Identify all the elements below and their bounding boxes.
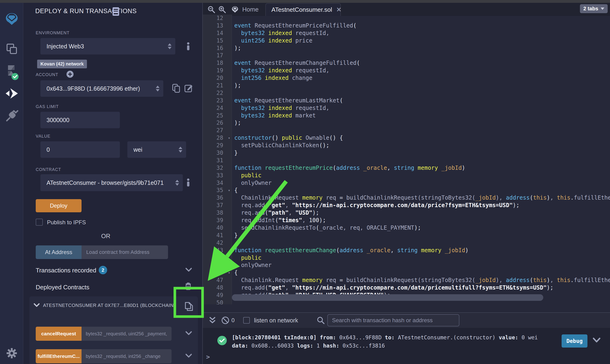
copy-contract-address-icon[interactable] <box>185 301 194 312</box>
line-number: 29 <box>203 142 232 149</box>
cancel-request-params-input[interactable] <box>81 327 172 341</box>
line-number: 46▾ <box>203 269 232 277</box>
code-line: 20 int256 indexed change <box>203 75 610 82</box>
environment-select[interactable]: Injected Web3 <box>40 38 175 54</box>
code-line: 14 bytes32 indexed requestId, <box>203 30 610 37</box>
line-number: 50 <box>203 299 232 304</box>
home-remix-icon <box>231 5 239 13</box>
contract-value: ATestnetConsumer - browser/gists/9b71e07… <box>47 179 164 186</box>
fulfill-chevron-icon[interactable] <box>185 353 192 358</box>
line-number: 24 <box>203 104 232 112</box>
select-arrows-icon <box>156 86 159 91</box>
transactions-recorded-label: Transactions recorded <box>36 267 96 274</box>
clear-console-icon[interactable] <box>221 316 230 325</box>
listen-network-checkbox[interactable] <box>243 317 250 324</box>
tab-active-label: ATestnetConsumer.sol <box>271 6 332 13</box>
settings-gear-icon[interactable] <box>0 347 23 359</box>
cancel-request-chevron-icon[interactable] <box>185 331 192 336</box>
solidity-compiler-icon[interactable] <box>0 64 23 81</box>
line-number: 45 <box>203 262 232 269</box>
deploy-run-panel: DEPLOY & RUN TRANSACTIONS ENVIRONMENT In… <box>24 3 202 364</box>
fold-arrow-icon[interactable]: ▾ <box>228 134 230 142</box>
transactions-chevron-down-icon[interactable] <box>185 267 192 273</box>
publish-ipfs-checkbox[interactable] <box>36 219 43 226</box>
at-address-input[interactable] <box>81 246 168 259</box>
code-line: 16); <box>203 45 610 52</box>
code-line: 38 req.add("path", "USD"); <box>203 209 610 217</box>
contract-expand-chevron-icon <box>34 303 40 308</box>
code-line: 15 uint256 indexed price <box>203 37 610 45</box>
code-line: 12 <box>203 14 610 22</box>
value-unit-select[interactable]: wei <box>127 141 186 158</box>
trash-icon[interactable] <box>185 282 191 290</box>
zoom-out-icon[interactable] <box>208 6 215 14</box>
tab-home[interactable]: Home <box>226 3 263 16</box>
gas-limit-input[interactable]: 3000000 <box>40 112 120 128</box>
editor-tabbar: Home ATestnetConsumer.sol ✕ 2 tabs <box>203 3 610 16</box>
transaction-log[interactable]: [block:20780401 txIndex:0] from: 0x643..… <box>232 334 538 350</box>
close-tab-icon[interactable]: ✕ <box>336 6 341 13</box>
page-title: DEPLOY & RUN TRANSACTIONS <box>35 8 137 15</box>
fold-arrow-icon[interactable]: ▾ <box>228 269 230 277</box>
plugin-manager-icon[interactable] <box>0 109 23 123</box>
value-label: VALUE <box>36 134 51 139</box>
line-number: 31 <box>203 157 232 164</box>
code-line: 22 <box>203 90 610 97</box>
code-editor: Home ATestnetConsumer.sol ✕ 2 tabs 1213e… <box>202 3 610 312</box>
terminal-search-input[interactable] <box>327 314 459 326</box>
fulfill-ethereum-change-button[interactable]: fulfillEthereumC... <box>36 349 81 363</box>
line-number: 33 <box>203 172 232 179</box>
publish-ipfs-label: Publish to IPFS <box>47 219 86 226</box>
account-label: ACCOUNT <box>36 72 58 77</box>
select-arrows-icon <box>174 180 179 186</box>
code-line: 30} <box>203 149 610 157</box>
log-line2: data: 0x608...60033 logs: 1 hash: 0x53c.… <box>232 342 538 350</box>
code-lines[interactable]: 1213event RequestEthereumPriceFulfilled(… <box>203 14 610 304</box>
zoom-in-icon[interactable] <box>218 6 226 14</box>
tabs-count-dropdown[interactable]: 2 tabs <box>580 4 608 13</box>
contract-label: CONTRACT <box>36 167 61 172</box>
document-icon[interactable] <box>112 7 119 16</box>
terminal-prompt[interactable]: > <box>206 353 210 361</box>
account-select[interactable]: 0x643...9F88D (1.666673996 ether) <box>40 80 163 97</box>
search-icon <box>317 316 325 325</box>
horizontal-scrollbar[interactable] <box>232 294 543 301</box>
line-number: 42 <box>203 239 232 247</box>
debug-button[interactable]: Debug <box>562 334 587 348</box>
listen-network-label: listen on network <box>254 317 298 324</box>
code-line: 21); <box>203 82 610 90</box>
file-explorer-icon[interactable] <box>0 42 23 55</box>
deploy-and-run-icon[interactable] <box>0 87 23 100</box>
contract-select[interactable]: ATestnetConsumer - browser/gists/9b71e07… <box>40 174 183 191</box>
at-address-button[interactable]: At Address <box>36 246 81 259</box>
copy-account-icon[interactable] <box>172 84 180 93</box>
remix-logo-icon[interactable] <box>0 12 23 26</box>
contract-info-icon[interactable] <box>186 179 191 186</box>
line-number: 35▾ <box>203 187 232 194</box>
fulfill-ethereum-change-params-input[interactable] <box>81 349 172 363</box>
transactions-count-badge: 2 <box>99 266 107 274</box>
select-arrows-icon <box>179 147 182 153</box>
environment-info-icon[interactable] <box>186 42 191 50</box>
collapse-terminal-icon[interactable] <box>209 317 216 324</box>
line-number: 37 <box>203 202 232 209</box>
code-line: 44 public <box>203 254 610 262</box>
expand-log-chevron-icon[interactable] <box>593 337 601 343</box>
code-line: 25 bytes32 indexed market <box>203 112 610 119</box>
code-line: 29 setPublicChainlinkToken(); <box>203 142 610 149</box>
code-line: 23event RequestEthereumLastMarket( <box>203 97 610 104</box>
chevron-down-icon <box>601 8 604 10</box>
line-number: 36 <box>203 194 232 202</box>
deploy-button[interactable]: Deploy <box>36 199 81 212</box>
fold-arrow-icon[interactable]: ▾ <box>228 187 230 194</box>
value-input[interactable]: 0 <box>40 141 120 158</box>
edit-account-icon[interactable] <box>184 84 193 92</box>
code-line: 31 <box>203 157 610 164</box>
deployed-contract-header[interactable]: ATESTNETCONSUMER AT 0X7E7...E80D1 (BLOCK… <box>29 296 198 314</box>
line-number: 44 <box>203 254 232 262</box>
add-account-icon[interactable] <box>66 70 74 78</box>
line-number: 16 <box>203 45 232 52</box>
terminal-toolbar: 0 listen on network <box>203 313 610 328</box>
tab-active-file[interactable]: ATestnetConsumer.sol ✕ <box>265 3 341 16</box>
cancel-request-button[interactable]: cancelRequest <box>36 327 81 341</box>
